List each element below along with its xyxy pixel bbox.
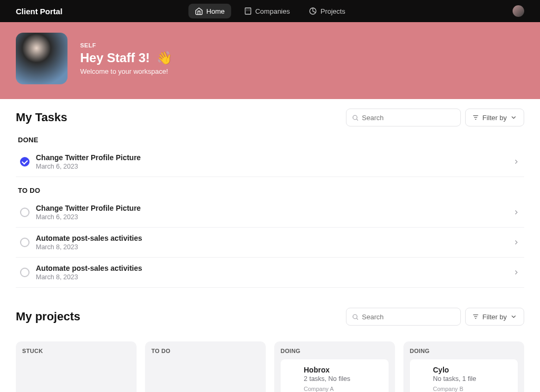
project-column-label: DOING — [281, 348, 389, 354]
project-column: DOING Hobrox 2 tasks, No files Company A — [274, 341, 395, 392]
chevron-right-icon — [513, 158, 520, 165]
task-checkbox[interactable] — [20, 157, 30, 166]
tasks-controls: Filter by — [346, 109, 524, 126]
hero-kicker: SELF — [80, 42, 172, 48]
projects-controls: Filter by — [346, 308, 524, 326]
tasks-section: My Tasks Filter by DONE Change Twitter P… — [0, 99, 540, 293]
task-body: Change Twitter Profile Picture March 6, … — [36, 204, 513, 221]
brand: Client Portal — [16, 7, 62, 16]
task-title: Automate post-sales activities — [36, 264, 513, 272]
nav-label: Home — [206, 7, 225, 15]
project-meta: 2 tasks, No files — [304, 375, 381, 383]
hero-title: Hey Staff 3! 👋 — [80, 51, 172, 65]
filter-icon — [472, 114, 479, 121]
task-checkbox[interactable] — [20, 208, 30, 217]
hero-text: SELF Hey Staff 3! 👋 Welcome to your work… — [80, 42, 172, 75]
projects-header: My projects Filter by — [16, 308, 524, 326]
chevron-right-icon — [513, 239, 520, 246]
nav-projects[interactable]: Projects — [303, 4, 352, 18]
tasks-title: My Tasks — [16, 111, 67, 124]
building-icon — [244, 7, 252, 15]
task-body: Automate post-sales activities March 8, … — [36, 264, 513, 281]
chevron-right-icon — [513, 209, 520, 216]
projects-search-input[interactable] — [362, 313, 455, 321]
projects-grid: STUCKTO DODOING Hobrox 2 tasks, No files… — [0, 338, 540, 392]
svg-point-6 — [353, 115, 357, 120]
projects-filter-button[interactable]: Filter by — [465, 308, 524, 326]
project-column: DOING Cylo No tasks, 1 file Company B — [403, 341, 524, 392]
nav: Home Companies Projects — [188, 4, 351, 18]
svg-line-12 — [356, 318, 358, 320]
task-title: Change Twitter Profile Picture — [36, 153, 513, 162]
project-column-label: TO DO — [151, 348, 259, 354]
task-body: Change Twitter Profile Picture March 6, … — [36, 153, 513, 170]
svg-line-7 — [356, 119, 358, 121]
projects-title: My projects — [16, 310, 80, 324]
user-avatar[interactable] — [513, 5, 524, 17]
task-row[interactable]: Change Twitter Profile Picture March 6, … — [16, 198, 524, 228]
task-checkbox[interactable] — [20, 238, 30, 247]
project-company: Company B — [433, 386, 510, 392]
project-name: Cylo — [433, 366, 510, 374]
project-meta: No tasks, 1 file — [433, 375, 510, 383]
chevron-down-icon — [510, 114, 517, 121]
task-group-label: TO DO — [18, 187, 522, 194]
hero-subtitle: Welcome to your workspace! — [80, 67, 172, 75]
project-column: TO DO — [145, 341, 266, 392]
tasks-search-input[interactable] — [362, 114, 455, 122]
project-name: Hobrox — [304, 366, 381, 374]
project-column: STUCK — [16, 341, 137, 392]
task-title: Change Twitter Profile Picture — [36, 204, 513, 212]
tasks-filter-button[interactable]: Filter by — [465, 109, 524, 126]
hero: SELF Hey Staff 3! 👋 Welcome to your work… — [0, 22, 540, 99]
task-group-label: DONE — [18, 136, 522, 144]
tasks-header: My Tasks Filter by — [16, 109, 524, 126]
project-column-label: STUCK — [22, 348, 130, 354]
task-date: March 6, 2023 — [36, 163, 513, 170]
search-icon — [352, 114, 359, 122]
projects-section: My projects Filter by — [0, 293, 540, 338]
svg-point-11 — [353, 315, 357, 319]
project-card[interactable]: Hobrox 2 tasks, No files Company A — [281, 359, 389, 392]
task-row[interactable]: Automate post-sales activities March 8, … — [16, 258, 524, 288]
svg-rect-0 — [245, 8, 251, 14]
nav-companies[interactable]: Companies — [237, 4, 296, 18]
task-date: March 8, 2023 — [36, 243, 513, 251]
project-card[interactable]: Cylo No tasks, 1 file Company B — [410, 359, 518, 392]
home-icon — [195, 7, 203, 15]
project-column-label: DOING — [410, 348, 518, 354]
tasks-search[interactable] — [346, 109, 461, 126]
task-row[interactable]: Change Twitter Profile Picture March 6, … — [16, 147, 524, 177]
task-title: Automate post-sales activities — [36, 234, 513, 242]
nav-label: Projects — [321, 7, 345, 15]
project-company: Company A — [304, 386, 381, 392]
topbar: Client Portal Home Companies Projects — [0, 0, 540, 22]
hero-avatar — [16, 33, 68, 84]
pie-icon — [309, 7, 317, 15]
task-row[interactable]: Automate post-sales activities March 8, … — [16, 228, 524, 258]
chevron-down-icon — [510, 313, 517, 320]
hero-title-text: Hey Staff 3! — [80, 51, 150, 65]
task-date: March 6, 2023 — [36, 213, 513, 221]
task-body: Automate post-sales activities March 8, … — [36, 234, 513, 251]
filter-icon — [472, 313, 479, 320]
task-date: March 8, 2023 — [36, 273, 513, 281]
filter-label: Filter by — [483, 313, 507, 321]
filter-label: Filter by — [483, 114, 507, 122]
nav-label: Companies — [255, 7, 290, 15]
chevron-right-icon — [513, 269, 520, 276]
nav-home[interactable]: Home — [188, 4, 231, 18]
tasks-body: DONE Change Twitter Profile Picture Marc… — [16, 136, 524, 288]
projects-search[interactable] — [346, 308, 461, 326]
task-checkbox[interactable] — [20, 268, 30, 277]
search-icon — [352, 313, 359, 321]
wave-emoji: 👋 — [157, 51, 172, 65]
